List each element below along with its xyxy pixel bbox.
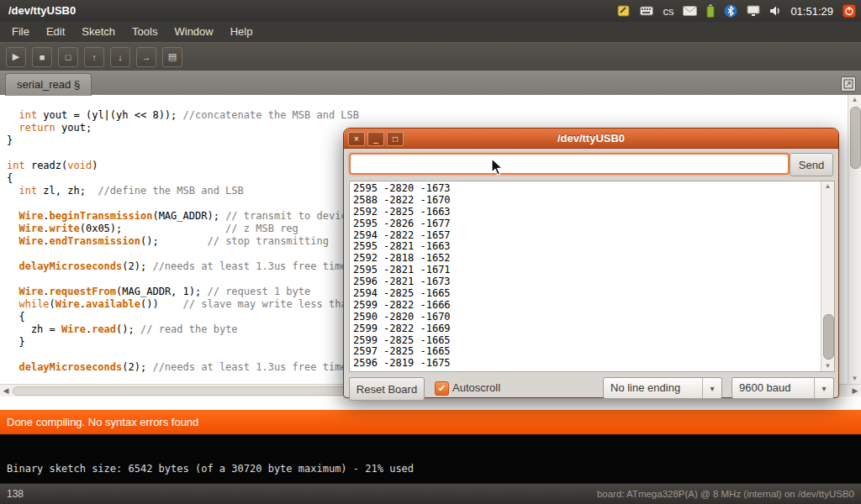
log-line: 2599 -2822 -1666 [353, 300, 451, 312]
log-line: 2596 -2821 -1673 [353, 276, 451, 288]
code-line: int zl, zh; //define the MSB and LSB [7, 185, 359, 197]
code-line [7, 248, 359, 260]
code-line: while(Wire.available()) // slave may wri… [7, 298, 359, 311]
notes-icon[interactable] [617, 4, 631, 18]
code-line: zh = Wire.read(); // read the byte [7, 323, 359, 336]
serial-monitor-button[interactable]: ▤ [162, 47, 182, 67]
menu-help[interactable]: Help [222, 22, 261, 42]
menu-edit[interactable]: Edit [38, 22, 73, 42]
menu-file[interactable]: File [3, 22, 38, 42]
code-line: int yout = (yl|(yh << 8)); //concatenate… [7, 109, 359, 122]
code-line: delayMicroseconds(2); //needs at least 1… [7, 260, 359, 273]
code-area[interactable]: int yout = (yl|(yh << 8)); //concatenate… [7, 109, 359, 374]
scroll-left-icon[interactable]: ◀ [0, 385, 12, 396]
scroll-up-icon[interactable]: ▲ [821, 181, 834, 192]
send-button[interactable]: Send [790, 153, 833, 176]
system-tray: cs 01:51:29 [617, 0, 856, 22]
log-line: 2592 -2818 -1652 [353, 253, 451, 265]
log-line: 2595 -2821 -1671 [353, 265, 451, 276]
code-line: Wire.requestFrom(MAG_ADDR, 1); // reques… [7, 286, 359, 298]
code-line [7, 197, 359, 210]
log-line: 2595 -2820 -1673 [353, 183, 451, 195]
code-line: Wire.endTransmission(); // stop transmit… [7, 235, 359, 248]
code-line: Wire.write(0x05); // z MSB reg [7, 223, 359, 235]
code-line: { [7, 311, 359, 323]
serial-log-scrollbar[interactable]: ▲ ▼ [821, 181, 834, 371]
serial-log-scroll-handle[interactable] [823, 314, 834, 360]
log-line: 2595 -2821 -1663 [353, 241, 451, 253]
autoscroll-label[interactable]: Autoscroll [452, 377, 500, 399]
mail-icon[interactable] [683, 6, 697, 16]
code-line: { [7, 172, 359, 185]
new-sketch-button[interactable]: □ [58, 47, 78, 67]
code-line [7, 349, 359, 361]
code-line: int readz(void) [7, 160, 359, 172]
editor-vertical-scrollbar[interactable]: ▲ ▼ [848, 95, 861, 384]
code-line: Wire.beginTransmission(MAG_ADDR); // tra… [7, 210, 359, 223]
keyboard-layout-icon[interactable] [640, 6, 653, 16]
open-sketch-button[interactable]: ↑ [84, 47, 104, 67]
serial-log-area[interactable]: 2595 -2820 -16732588 -2822 -16702592 -28… [349, 181, 835, 372]
network-icon[interactable] [747, 5, 760, 17]
code-line: return yout; [7, 122, 359, 134]
upload-button[interactable]: → [136, 47, 156, 67]
log-line: 2588 -2822 -1670 [353, 195, 451, 207]
footer-status-bar: 138 board: ATmega328P(A) @ 8 MHz (intern… [0, 483, 861, 504]
line-ending-dropdown[interactable]: No line ending ▾ [603, 377, 722, 399]
log-line: 2592 -2825 -1663 [353, 207, 451, 218]
menu-window[interactable]: Window [166, 22, 221, 42]
code-line: } [7, 134, 359, 147]
volume-icon[interactable] [769, 5, 781, 17]
stop-button[interactable]: ■ [32, 47, 52, 67]
serial-monitor-controls: Reset Board ✔ Autoscroll No line ending … [349, 377, 833, 399]
code-line [7, 147, 359, 160]
chevron-down-icon[interactable]: ▾ [702, 378, 721, 398]
scroll-right-icon[interactable]: ▶ [849, 385, 861, 396]
clock[interactable]: 01:51:29 [790, 5, 833, 18]
serial-input[interactable] [349, 153, 790, 175]
tab-menu-button[interactable] [841, 76, 856, 92]
bluetooth-icon[interactable] [724, 4, 737, 18]
serial-monitor-titlebar[interactable]: × _ □ /dev/ttyUSB0 [344, 129, 838, 149]
line-ending-value: No line ending [610, 378, 680, 398]
board-info: board: ATmega328P(A) @ 8 MHz (internal) … [597, 484, 854, 504]
baud-rate-dropdown[interactable]: 9600 baud ▾ [732, 377, 834, 399]
scroll-up-icon[interactable]: ▲ [848, 95, 861, 105]
scroll-down-icon[interactable]: ▼ [848, 374, 861, 384]
system-top-bar: /dev/ttyUSB0 cs 01:51: [0, 0, 861, 22]
scroll-down-icon[interactable]: ▼ [821, 361, 834, 371]
window-title: /dev/ttyUSB0 [8, 0, 76, 22]
menu-bar: FileEditSketchToolsWindowHelp [0, 22, 861, 42]
log-line: 2599 -2822 -1669 [353, 323, 451, 335]
serial-monitor-window: × _ □ /dev/ttyUSB0 Send 2595 -2820 -1673… [343, 128, 839, 398]
save-sketch-button[interactable]: ↓ [110, 47, 130, 67]
log-line: 2594 -2825 -1665 [353, 288, 451, 300]
tab-serial-read[interactable]: serial_read § [5, 73, 92, 96]
log-line: 2590 -2820 -1670 [353, 312, 451, 323]
log-line: 2594 -2822 -1657 [353, 230, 451, 242]
code-line [7, 273, 359, 286]
reset-board-button[interactable]: Reset Board [349, 377, 425, 401]
menu-tools[interactable]: Tools [124, 22, 166, 42]
battery-icon[interactable] [706, 4, 715, 18]
line-number: 138 [7, 484, 24, 504]
code-line: } [7, 336, 359, 349]
session-menu-icon[interactable] [843, 4, 856, 18]
mouse-cursor [491, 158, 504, 180]
keyboard-layout-label[interactable]: cs [663, 5, 673, 18]
chevron-down-icon[interactable]: ▾ [814, 378, 833, 398]
baud-rate-value: 9600 baud [739, 378, 790, 398]
editor-vscroll-handle[interactable] [850, 107, 861, 169]
serial-log: 2595 -2820 -16732588 -2822 -16702592 -28… [353, 183, 451, 370]
autoscroll-checkbox[interactable]: ✔ [435, 381, 449, 396]
log-line: 2597 -2825 -1665 [353, 346, 451, 358]
build-console: Binary sketch size: 6542 bytes (of a 307… [0, 434, 861, 483]
toolbar: ▶■□↑↓→▤ [0, 42, 861, 71]
screen: /dev/ttyUSB0 cs 01:51: [0, 0, 861, 504]
log-line: 2596 -2819 -1675 [353, 358, 451, 370]
code-line: delayMicroseconds(2); //needs at least 1… [7, 361, 359, 374]
verify-button[interactable]: ▶ [6, 47, 26, 67]
tab-bar: serial_read § [0, 71, 861, 95]
compile-status-bar: Done compiling. No syntax errors found [0, 410, 861, 434]
menu-sketch[interactable]: Sketch [73, 22, 124, 42]
